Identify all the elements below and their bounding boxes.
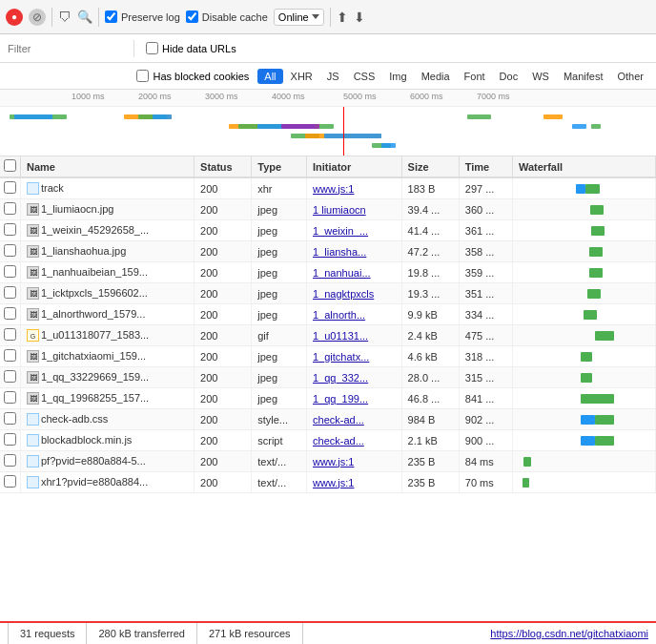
row-size-7: 2.4 kB <box>401 325 459 346</box>
type-filter-media[interactable]: Media <box>415 69 457 84</box>
initiator-link-2[interactable]: 1_weixin_... <box>313 225 368 237</box>
initiator-link-9[interactable]: 1_qq_332... <box>313 372 368 384</box>
table-row[interactable]: 🖼1_qq_19968255_157...200jpeg1_qq_199...4… <box>0 388 656 409</box>
type-filter-font[interactable]: Font <box>458 69 492 84</box>
hide-data-urls-checkbox[interactable] <box>146 42 158 54</box>
table-row[interactable]: track200xhrwww.js:1183 B297 ... <box>0 177 656 199</box>
column-header-checkbox[interactable] <box>0 156 21 177</box>
type-filter-all[interactable]: All <box>257 69 282 84</box>
select-all-checkbox[interactable] <box>4 159 16 172</box>
row-checkbox-4[interactable] <box>0 262 21 283</box>
table-row[interactable]: 🖼1_nanhuaibeian_159...200jpeg1_nanhuai..… <box>0 262 656 283</box>
preserve-log-checkbox[interactable] <box>105 10 117 23</box>
disable-cache-checkbox-label[interactable]: Disable cache <box>186 10 268 23</box>
row-checkbox-2[interactable] <box>0 220 21 241</box>
download-button[interactable]: ⬇ <box>354 10 365 25</box>
initiator-link-3[interactable]: 1_liansha... <box>313 246 366 258</box>
table-row[interactable]: xhr1?pvid=e880a884...200text/...www.js:1… <box>0 472 656 493</box>
row-initiator-7[interactable]: 1_u01131... <box>307 325 402 346</box>
row-checkbox-0[interactable] <box>0 177 21 199</box>
type-filter-img[interactable]: Img <box>382 69 413 84</box>
timeline-chart <box>0 107 656 156</box>
initiator-link-14[interactable]: www.js:1 <box>313 477 354 488</box>
transferred-size: 280 kB transferred <box>87 623 197 644</box>
table-row[interactable]: 🖼1_liumiaocn.jpg200jpeg1 liumiaocn39.4 .… <box>0 199 656 220</box>
timeline-bar-13 <box>381 143 396 148</box>
type-filter-css[interactable]: CSS <box>347 69 382 84</box>
table-row[interactable]: check-adb.css200style...check-ad...984 B… <box>0 409 656 430</box>
row-checkbox-14[interactable] <box>0 472 21 493</box>
row-initiator-6[interactable]: 1_alnorth... <box>307 304 402 325</box>
type-filter-ws[interactable]: WS <box>525 69 556 84</box>
row-checkbox-12[interactable] <box>0 430 21 451</box>
row-checkbox-6[interactable] <box>0 304 21 325</box>
row-initiator-10[interactable]: 1_qq_199... <box>307 388 402 409</box>
row-checkbox-9[interactable] <box>0 367 21 388</box>
table-row[interactable]: blockadblock.min.js200scriptcheck-ad...2… <box>0 430 656 451</box>
row-initiator-3[interactable]: 1_liansha... <box>307 241 402 262</box>
row-checkbox-10[interactable] <box>0 388 21 409</box>
table-row[interactable]: pf?pvid=e880a884-5...200text/...www.js:1… <box>0 451 656 472</box>
initiator-link-7[interactable]: 1_u01131... <box>313 330 368 342</box>
timeline-bar-17 <box>591 124 601 129</box>
initiator-link-0[interactable]: www.js:1 <box>313 183 354 195</box>
img-icon: 🖼 <box>27 287 39 300</box>
row-initiator-9[interactable]: 1_qq_332... <box>307 367 402 388</box>
online-dropdown[interactable]: Online <box>274 9 324 26</box>
row-initiator-8[interactable]: 1_gitchatx... <box>307 346 402 367</box>
row-initiator-12[interactable]: check-ad... <box>307 430 402 451</box>
table-row[interactable]: 🖼1_gitchatxiaomi_159...200jpeg1_gitchatx… <box>0 346 656 367</box>
row-initiator-14[interactable]: www.js:1 <box>307 472 402 493</box>
img-icon: 🖼 <box>27 392 39 405</box>
row-initiator-0[interactable]: www.js:1 <box>307 177 402 199</box>
row-initiator-5[interactable]: 1_nagktpxcls <box>307 283 402 304</box>
hide-data-urls-label[interactable]: Hide data URLs <box>146 42 236 54</box>
initiator-link-6[interactable]: 1_alnorth... <box>313 309 365 321</box>
upload-button[interactable]: ⬆ <box>337 10 348 25</box>
status-link[interactable]: https://blog.csdn.net/gitchatxiaomi <box>490 628 648 639</box>
row-waterfall-10 <box>513 388 656 409</box>
stop-button[interactable]: ⊘ <box>29 9 46 26</box>
table-row[interactable]: 🖼1_lianshaohua.jpg200jpeg1_liansha...47.… <box>0 241 656 262</box>
table-row[interactable]: 🖼1_weixin_45292658_...200jpeg1_weixin_..… <box>0 220 656 241</box>
preserve-log-checkbox-label[interactable]: Preserve log <box>105 10 180 23</box>
row-initiator-1[interactable]: 1 liumiaocn <box>307 199 402 220</box>
waterfall-bar1-8 <box>581 352 592 362</box>
table-row[interactable]: 🖼1_qq_33229669_159...200jpeg1_qq_332...2… <box>0 367 656 388</box>
row-checkbox-1[interactable] <box>0 199 21 220</box>
filter-input[interactable] <box>8 43 122 54</box>
search-icon-button[interactable]: 🔍 <box>77 10 92 24</box>
disable-cache-checkbox[interactable] <box>186 10 198 23</box>
row-checkbox-13[interactable] <box>0 451 21 472</box>
has-blocked-cookies-checkbox[interactable] <box>136 70 149 82</box>
table-row[interactable]: G1_u011318077_1583...200gif1_u01131...2.… <box>0 325 656 346</box>
initiator-link-10[interactable]: 1_qq_199... <box>313 393 368 405</box>
row-checkbox-5[interactable] <box>0 283 21 304</box>
type-filter-other[interactable]: Other <box>610 69 650 84</box>
initiator-link-13[interactable]: www.js:1 <box>313 456 354 467</box>
has-blocked-cookies-label[interactable]: Has blocked cookies <box>136 70 249 82</box>
filter-icon-button[interactable]: ⛉ <box>58 10 72 25</box>
initiator-link-8[interactable]: 1_gitchatx... <box>313 351 369 363</box>
row-checkbox-8[interactable] <box>0 346 21 367</box>
row-checkbox-3[interactable] <box>0 241 21 262</box>
table-row[interactable]: 🖼1_alnorthword_1579...200jpeg1_alnorth..… <box>0 304 656 325</box>
row-initiator-11[interactable]: check-ad... <box>307 409 402 430</box>
initiator-link-1[interactable]: 1 liumiaocn <box>313 204 366 216</box>
type-filter-xhr[interactable]: XHR <box>284 69 319 84</box>
row-initiator-4[interactable]: 1_nanhuai... <box>307 262 402 283</box>
initiator-link-12[interactable]: check-ad... <box>313 435 364 447</box>
row-checkbox-7[interactable] <box>0 325 21 346</box>
initiator-link-11[interactable]: check-ad... <box>313 414 364 426</box>
row-checkbox-11[interactable] <box>0 409 21 430</box>
type-filter-js[interactable]: JS <box>320 69 346 84</box>
table-row[interactable]: 🖼1_icktpxcls_1596602...200jpeg1_nagktpxc… <box>0 283 656 304</box>
row-initiator-2[interactable]: 1_weixin_... <box>307 220 402 241</box>
record-button[interactable]: ● <box>6 9 23 26</box>
initiator-link-5[interactable]: 1_nagktpxcls <box>313 288 374 300</box>
type-filter-manifest[interactable]: Manifest <box>557 69 610 84</box>
preserve-log-label: Preserve log <box>121 11 180 23</box>
row-initiator-13[interactable]: www.js:1 <box>307 451 402 472</box>
initiator-link-4[interactable]: 1_nanhuai... <box>313 267 371 279</box>
type-filter-doc[interactable]: Doc <box>493 69 525 84</box>
